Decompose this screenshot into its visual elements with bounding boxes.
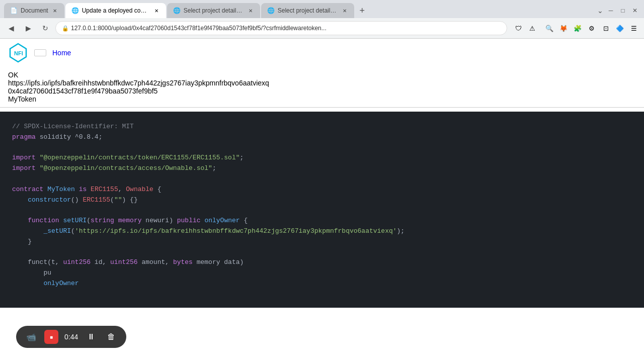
ext-icon-3[interactable]: 🔷 — [614, 22, 626, 34]
code-line-13 — [12, 247, 632, 258]
code-line-11: _setURI('https://ipfs.io/ipfs/bafkreihhs… — [12, 226, 632, 237]
svg-text:NFI: NFI — [14, 50, 23, 56]
result-url: https://ipfs.io/ipfs/bafkreihhstwbnbffkd… — [8, 79, 636, 87]
lock-icon: 🔒 — [62, 25, 69, 32]
code-block: // SPDX-License-Identifier: MIT pragma s… — [0, 112, 644, 308]
ext-icon-metamask[interactable]: 🦊 — [557, 22, 570, 34]
result-section: OK https://ipfs.io/ipfs/bafkreihhstwbnbf… — [0, 67, 644, 108]
nftport-logo: NFI — [8, 43, 28, 63]
nav-links: Home — [52, 46, 71, 59]
code-line-12: } — [12, 237, 632, 247]
ext-icon-other[interactable]: ⊡ — [600, 22, 612, 34]
delete-recording-button[interactable]: 🗑 — [104, 330, 118, 344]
warning-icon[interactable]: ⚠ — [526, 22, 538, 34]
tab-list-button[interactable]: ⌄ — [597, 7, 604, 14]
tab-document[interactable]: 📄 Document ✕ — [4, 3, 64, 18]
forward-button[interactable]: ▶ — [21, 21, 35, 35]
menu-toggle[interactable] — [34, 49, 46, 56]
navbar: NFI Home — [0, 39, 644, 67]
home-nav-item[interactable]: Home — [52, 48, 71, 57]
code-line-1: // SPDX-License-Identifier: MIT — [12, 122, 632, 132]
new-tab-button[interactable]: + — [355, 4, 369, 18]
tab-django2-close[interactable]: ✕ — [341, 7, 348, 14]
page-content: NFI Home OK https://ipfs.io/ipfs/bafkrei… — [0, 39, 644, 308]
result-status: OK — [8, 71, 636, 79]
delete-icon: 🗑 — [107, 332, 115, 341]
tab-django2-favicon: 🌐 — [267, 7, 275, 14]
tab-controls: ⌄ ─ □ ✕ — [597, 6, 640, 16]
recording-time: 0:44 — [64, 333, 78, 341]
tab-nftport-favicon: 🌐 — [71, 7, 79, 14]
main-nav: Home — [52, 46, 71, 59]
recording-bar: 📹 ■ 0:44 ⏸ 🗑 — [16, 326, 126, 348]
ext-icon-puzzle[interactable]: 🧩 — [572, 22, 584, 34]
tab-document-close[interactable]: ✕ — [51, 7, 58, 14]
home-link[interactable]: Home — [52, 49, 71, 57]
code-line-14: funct(t, uint256 id, uint256 amount, byt… — [12, 257, 632, 268]
result-address: 0x4caf27060d1543cf78f1e9f479baa5073fef9b… — [8, 87, 636, 95]
ext-icon-gear[interactable]: ⚙ — [586, 22, 598, 34]
camera-icon: 📹 — [24, 330, 38, 344]
pause-icon: ⏸ — [87, 332, 95, 341]
address-bar[interactable]: 🔒 127.0.0.1:8000/upload/0x4caf27060d1543… — [55, 21, 507, 35]
close-window-button[interactable]: ✕ — [630, 6, 640, 16]
code-line-3 — [12, 143, 632, 153]
address-icons: 🛡 ⚠ — [512, 22, 538, 34]
address-bar-row: ◀ ▶ ↻ 🔒 127.0.0.1:8000/upload/0x4caf2706… — [0, 18, 644, 38]
tab-django1-close[interactable]: ✕ — [247, 7, 254, 14]
extension-icons: 🔍 🦊 🧩 ⚙ ⊡ 🔷 ☰ — [543, 22, 640, 34]
tab-django1[interactable]: 🌐 Select project details to change | Dja… — [167, 3, 260, 18]
code-line-4: import "@openzeppelin/contracts/token/ER… — [12, 153, 632, 163]
code-line-2: pragma solidity ^0.8.4; — [12, 132, 632, 143]
tab-django1-favicon: 🌐 — [173, 7, 181, 14]
code-line-5: import "@openzeppelin/contracts/access/O… — [12, 163, 632, 174]
tab-django2[interactable]: 🌐 Select project details to change | Dja… — [261, 3, 354, 18]
code-line-9 — [12, 205, 632, 216]
tab-nftport-label: Update a deployed contract | NFTPort — [82, 7, 150, 14]
tab-document-label: Document — [21, 7, 48, 14]
ext-icon-1[interactable]: 🔍 — [543, 22, 555, 34]
brave-shield-icon[interactable]: 🛡 — [512, 22, 524, 34]
tab-document-favicon: 📄 — [10, 7, 18, 14]
tab-django2-label: Select project details to change | Djan.… — [278, 7, 338, 14]
tab-nftport[interactable]: 🌐 Update a deployed contract | NFTPort ✕ — [65, 3, 166, 18]
back-button[interactable]: ◀ — [4, 21, 18, 35]
tab-bar: 📄 Document ✕ 🌐 Update a deployed contrac… — [0, 0, 644, 18]
ext-icon-menu[interactable]: ☰ — [628, 22, 640, 34]
result-name: MyToken — [8, 95, 636, 103]
tab-django1-label: Select project details to change | Djan.… — [184, 7, 244, 14]
pause-button[interactable]: ⏸ — [84, 330, 98, 344]
stop-button[interactable]: ■ — [44, 330, 58, 344]
code-line-10: function setURI(string memory newuri) pu… — [12, 216, 632, 226]
code-line-6 — [12, 174, 632, 185]
maximize-button[interactable]: □ — [618, 6, 628, 16]
refresh-button[interactable]: ↻ — [38, 21, 52, 35]
minimize-button[interactable]: ─ — [606, 6, 616, 16]
tab-nftport-close[interactable]: ✕ — [153, 7, 160, 14]
browser-chrome: 📄 Document ✕ 🌐 Update a deployed contrac… — [0, 0, 644, 39]
code-line-8: constructor() ERC1155("") {} — [12, 195, 632, 206]
code-line-16: onlyOwner — [12, 279, 632, 289]
code-line-7: contract MyToken is ERC1155, Ownable { — [12, 185, 632, 195]
code-line-15: pu — [12, 268, 632, 279]
stop-icon: ■ — [50, 334, 53, 340]
address-text: 127.0.0.1:8000/upload/0x4caf27060d1543cf… — [71, 25, 501, 32]
